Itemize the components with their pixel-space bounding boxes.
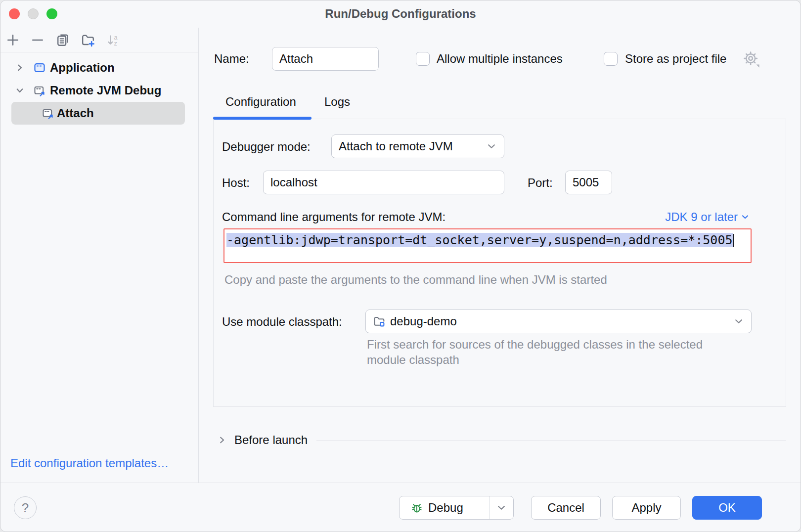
apply-button[interactable]: Apply xyxy=(612,496,681,520)
new-folder-icon[interactable] xyxy=(81,33,95,47)
gear-icon[interactable] xyxy=(742,50,760,68)
jdk-version-selector[interactable]: JDK 9 or later xyxy=(665,210,750,224)
titlebar: Run/Debug Configurations xyxy=(0,0,801,28)
debug-button-label: Debug xyxy=(428,501,463,515)
debugger-mode-label: Debugger mode: xyxy=(222,140,311,154)
svg-text:z: z xyxy=(114,40,117,47)
copy-icon[interactable] xyxy=(55,33,70,47)
configurations-tree: Application Remote JVM Debug xyxy=(0,56,198,125)
debug-options-dropdown[interactable] xyxy=(490,502,513,513)
use-module-classpath-label: Use module classpath: xyxy=(222,315,342,329)
remove-icon[interactable] xyxy=(30,33,45,47)
allow-multiple-instances-checkbox[interactable] xyxy=(416,52,430,66)
run-debug-configurations-dialog: Run/Debug Configurations a z xyxy=(0,0,801,532)
module-icon xyxy=(373,315,386,328)
tab-configuration[interactable]: Configuration xyxy=(225,95,296,109)
allow-multiple-instances-label: Allow multiple instances xyxy=(437,52,563,66)
tree-item-application[interactable]: Application xyxy=(0,56,198,79)
port-input[interactable] xyxy=(565,171,612,194)
cancel-button[interactable]: Cancel xyxy=(531,496,601,520)
section-divider-line xyxy=(316,440,786,441)
tree-item-label: Attach xyxy=(57,106,94,120)
tab-logs[interactable]: Logs xyxy=(324,95,350,109)
debug-split-button[interactable]: Debug xyxy=(399,496,514,520)
debugger-mode-value: Attach to remote JVM xyxy=(339,139,453,153)
remote-jvm-debug-icon xyxy=(33,84,46,97)
dialog-footer: ? Debug Cancel Apply OK xyxy=(0,483,801,532)
module-classpath-select[interactable]: debug-demo xyxy=(365,310,752,333)
application-icon xyxy=(33,61,46,74)
chevron-right-icon[interactable] xyxy=(14,62,25,73)
chevron-down-icon xyxy=(740,212,750,222)
tree-item-label: Application xyxy=(50,61,115,75)
help-button[interactable]: ? xyxy=(14,496,37,519)
host-label: Host: xyxy=(222,176,250,190)
active-tab-indicator xyxy=(213,117,312,120)
sidebar-toolbar: a z xyxy=(0,28,198,52)
question-mark-icon: ? xyxy=(22,500,29,516)
configuration-panel: Debugger mode: Attach to remote JVM Host… xyxy=(213,119,786,407)
sort-alpha-icon: a z xyxy=(106,33,121,47)
command-line-args-input[interactable]: -agentlib:jdwp=transport=dt_socket,serve… xyxy=(223,228,752,263)
configurations-sidebar: a z Application xyxy=(0,28,199,483)
command-line-args-label: Command line arguments for remote JVM: xyxy=(222,210,445,224)
name-input[interactable] xyxy=(272,47,379,71)
args-hint-text: Copy and paste the arguments to the comm… xyxy=(224,272,607,287)
window-title: Run/Debug Configurations xyxy=(0,7,801,21)
bug-icon xyxy=(410,501,423,514)
module-hint-text: First search for sources of the debugged… xyxy=(367,337,743,367)
chevron-down-icon xyxy=(496,502,507,513)
store-as-project-file-label: Store as project file xyxy=(625,52,726,66)
module-classpath-value: debug-demo xyxy=(390,314,457,328)
tree-item-attach-selected[interactable]: Attach xyxy=(11,102,185,125)
chevron-down-icon xyxy=(486,141,497,152)
name-label: Name: xyxy=(214,52,249,66)
port-label: Port: xyxy=(528,176,553,190)
selected-text: -agentlib:jdwp=transport=dt_socket,serve… xyxy=(226,233,733,247)
chevron-right-icon[interactable] xyxy=(217,435,227,445)
text-caret xyxy=(733,234,734,247)
before-launch-label: Before launch xyxy=(234,433,308,447)
before-launch-section[interactable]: Before launch xyxy=(217,433,786,447)
store-as-project-file-checkbox[interactable] xyxy=(604,52,618,66)
remote-jvm-debug-icon xyxy=(42,107,54,120)
chevron-down-icon[interactable] xyxy=(14,85,25,96)
jdk-version-value: JDK 9 or later xyxy=(665,210,738,224)
ok-button[interactable]: OK xyxy=(692,496,762,520)
chevron-down-icon xyxy=(733,316,744,327)
edit-configuration-templates-link[interactable]: Edit configuration templates… xyxy=(10,456,169,470)
debugger-mode-select[interactable]: Attach to remote JVM xyxy=(331,134,504,158)
add-icon[interactable] xyxy=(5,33,20,47)
tree-item-label: Remote JVM Debug xyxy=(50,84,161,97)
host-input[interactable] xyxy=(263,171,504,194)
tree-item-remote-jvm-debug[interactable]: Remote JVM Debug xyxy=(0,79,198,102)
